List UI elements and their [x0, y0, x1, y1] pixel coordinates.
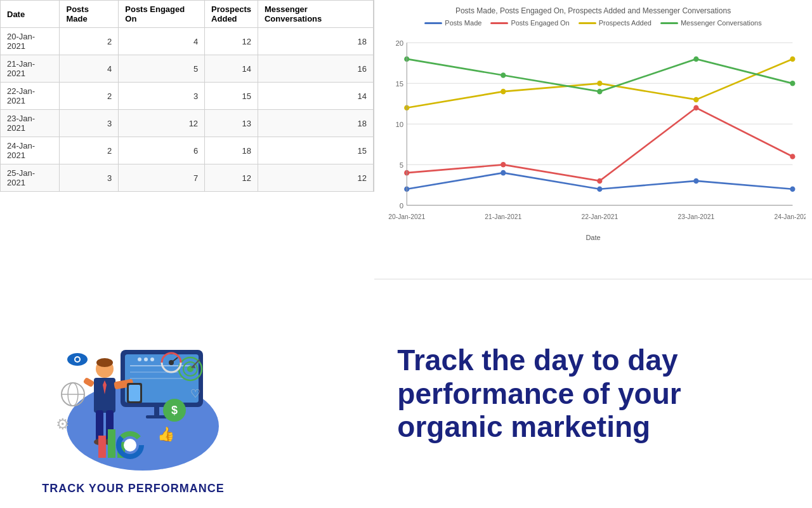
bottom-section: $ 👍 ⚙ ♡	[0, 279, 812, 508]
chart-title: Posts Made, Posts Engaged On, Prospects …	[381, 6, 806, 15]
table-cell: 2	[60, 83, 119, 110]
table-cell: 2	[60, 137, 119, 164]
svg-text:20-Jan-2021: 20-Jan-2021	[388, 213, 425, 220]
svg-point-33	[693, 57, 698, 62]
table-cell: 22-Jan-2021	[1, 83, 60, 110]
svg-text:5: 5	[400, 161, 403, 168]
table-cell: 15	[205, 83, 258, 110]
table-row: 23-Jan-20213121318	[1, 110, 374, 137]
svg-point-34	[790, 81, 795, 86]
table-cell: 18	[258, 28, 373, 55]
table-cell: 15	[258, 137, 373, 164]
table-cell: 2	[60, 28, 119, 55]
table-cell: 4	[119, 28, 205, 55]
track-label: TRACK YOUR PERFORMANCE	[42, 482, 225, 495]
svg-text:0: 0	[400, 201, 403, 209]
table-cell: 7	[119, 164, 205, 192]
legend-item: Messenger Conversations	[660, 19, 762, 27]
svg-point-65	[75, 358, 79, 361]
svg-point-28	[693, 97, 698, 103]
illustration-graphic: $ 👍 ⚙ ♡	[38, 312, 228, 477]
svg-text:24-Jan-2021: 24-Jan-2021	[774, 213, 806, 220]
data-table: Date Posts Made Posts Engaged On Prospec…	[0, 0, 374, 192]
col-header-posts-made: Posts Made	[60, 1, 119, 28]
illustration-area: $ 👍 ⚙ ♡	[0, 279, 266, 508]
table-cell: 20-Jan-2021	[1, 28, 60, 55]
svg-text:20: 20	[395, 39, 403, 46]
svg-text:15: 15	[395, 79, 403, 87]
table-cell: 12	[205, 28, 258, 55]
svg-point-29	[790, 57, 795, 62]
table-cell: 3	[60, 164, 119, 192]
chart-section: Posts Made, Posts Engaged On, Prospects …	[374, 0, 812, 279]
svg-text:10: 10	[395, 120, 403, 128]
col-header-date: Date	[1, 1, 60, 28]
svg-point-26	[501, 89, 506, 95]
svg-point-17	[597, 186, 602, 192]
svg-text:$: $	[171, 404, 178, 417]
chart-legend: Posts MadePosts Engaged OnProspects Adde…	[381, 19, 806, 27]
svg-point-45	[150, 358, 154, 361]
legend-item: Posts Made	[424, 19, 481, 27]
table-cell: 6	[119, 137, 205, 164]
table-cell: 3	[119, 83, 205, 110]
table-cell: 16	[258, 55, 373, 83]
legend-item: Prospects Added	[579, 19, 652, 27]
svg-point-19	[790, 186, 795, 192]
table-cell: 25-Jan-2021	[1, 164, 60, 192]
table-cell: 18	[205, 137, 258, 164]
table-cell: 24-Jan-2021	[1, 137, 60, 164]
table-cell: 14	[258, 83, 373, 110]
svg-rect-47	[146, 415, 167, 418]
svg-point-23	[693, 105, 698, 110]
table-row: 22-Jan-2021231514	[1, 83, 374, 110]
svg-point-16	[501, 170, 506, 176]
table-cell: 14	[205, 55, 258, 83]
svg-text:23-Jan-2021: 23-Jan-2021	[678, 213, 714, 220]
col-header-prospects: ProspectsAdded	[205, 1, 258, 28]
svg-text:♡: ♡	[190, 387, 200, 400]
svg-rect-52	[83, 377, 95, 388]
svg-rect-77	[108, 429, 115, 458]
svg-point-22	[597, 178, 602, 184]
svg-point-81	[124, 439, 136, 451]
svg-point-43	[138, 358, 141, 361]
table-row: 21-Jan-2021451416	[1, 55, 374, 83]
table-row: 25-Jan-2021371212	[1, 164, 374, 192]
svg-point-32	[597, 89, 602, 95]
table-row: 20-Jan-2021241218	[1, 28, 374, 55]
svg-point-18	[693, 178, 698, 184]
x-axis-label: Date	[381, 234, 806, 241]
chart-container: 0510152020-Jan-202121-Jan-202122-Jan-202…	[381, 29, 806, 232]
table-cell: 3	[60, 110, 119, 137]
table-cell: 12	[205, 164, 258, 192]
svg-point-44	[144, 358, 148, 361]
svg-text:👍: 👍	[157, 425, 175, 443]
table-cell: 12	[119, 110, 205, 137]
table-row: 24-Jan-2021261815	[1, 137, 374, 164]
svg-text:21-Jan-2021: 21-Jan-2021	[485, 213, 521, 220]
big-text: Track the day to day performance of your…	[397, 344, 681, 444]
table-cell: 4	[60, 55, 119, 83]
col-header-posts-engaged: Posts Engaged On	[119, 1, 205, 28]
table-section: Date Posts Made Posts Engaged On Prospec…	[0, 0, 374, 192]
table-cell: 12	[258, 164, 373, 192]
table-cell: 21-Jan-2021	[1, 55, 60, 83]
table-cell: 13	[205, 110, 258, 137]
svg-rect-46	[154, 407, 159, 417]
svg-point-27	[597, 81, 602, 86]
svg-text:⚙: ⚙	[56, 415, 70, 432]
svg-rect-55	[129, 385, 140, 401]
col-header-messenger: Messenger Conversations	[258, 1, 373, 28]
svg-text:22-Jan-2021: 22-Jan-2021	[581, 213, 618, 220]
svg-point-49	[96, 358, 113, 367]
svg-point-21	[501, 162, 506, 168]
text-area: Track the day to day performance of your…	[266, 318, 812, 470]
table-cell: 23-Jan-2021	[1, 110, 60, 137]
table-cell: 5	[119, 55, 205, 83]
legend-item: Posts Engaged On	[490, 19, 569, 27]
svg-point-24	[790, 154, 795, 159]
svg-rect-76	[98, 436, 106, 458]
svg-point-31	[501, 72, 506, 78]
table-cell: 18	[258, 110, 373, 137]
